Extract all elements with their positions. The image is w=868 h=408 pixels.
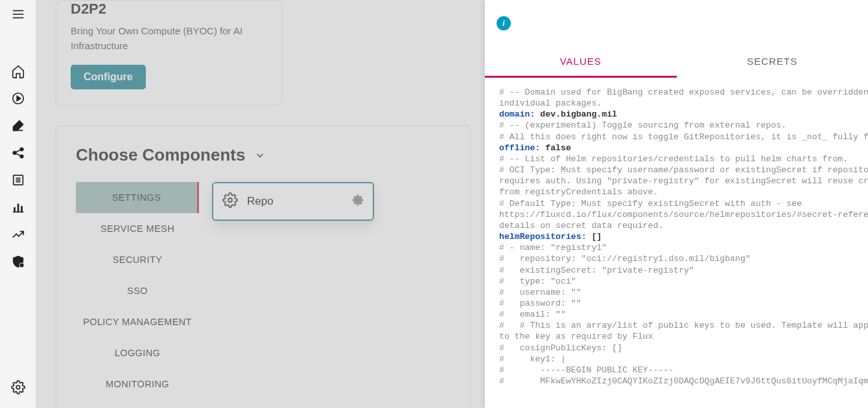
nav-rail — [0, 0, 36, 408]
card-description: Bring Your Own Compute (BYOC) for AI Inf… — [71, 24, 268, 53]
repo-label: Repo — [247, 195, 343, 208]
configure-button[interactable]: Configure — [71, 65, 146, 89]
shield-admin-icon[interactable] — [10, 254, 26, 269]
code-line: https://fluxcd.io/flux/components/source… — [499, 210, 868, 220]
component-category-tabs: SETTINGS SERVICE MESH SECURITY SSO POLIC… — [76, 182, 199, 400]
code-line: individual packages. — [499, 98, 602, 108]
trend-icon[interactable] — [10, 227, 26, 242]
code-line: # -- List of Helm repositories/credentia… — [499, 154, 848, 164]
play-circle-icon[interactable] — [10, 91, 26, 106]
yaml-value: false — [545, 143, 571, 153]
code-line: # username: "" — [499, 288, 581, 297]
code-line: # - name: "registry1" — [499, 243, 607, 253]
code-line: # type: "oci" — [499, 277, 576, 286]
code-line: # -- (experimental) Toggle sourcing from… — [499, 120, 786, 130]
tab-secrets[interactable]: SECRETS — [677, 47, 869, 78]
yaml-value: [] — [591, 232, 602, 242]
bar-chart-icon[interactable] — [10, 199, 26, 215]
tab-security[interactable]: SECURITY — [76, 244, 199, 275]
repo-settings-gear-icon[interactable] — [352, 194, 364, 209]
tab-values[interactable]: VALUES — [485, 47, 677, 78]
drawer-tabs: VALUES SECRETS — [485, 47, 868, 78]
code-line: # email: "" — [499, 310, 566, 319]
code-line: # OCI Type: Must specify username/passwo… — [499, 165, 868, 175]
settings-gear-icon[interactable] — [10, 380, 26, 395]
yaml-value: dev.bigbang.mil — [540, 109, 617, 119]
svg-marker-4 — [17, 96, 21, 100]
code-line: # -- Domain used for BigBang created exp… — [499, 87, 868, 97]
code-line: requires auth. Using "private-registry" … — [499, 176, 868, 186]
share-icon[interactable] — [10, 145, 26, 161]
svg-point-19 — [16, 385, 20, 389]
svg-point-20 — [228, 198, 232, 202]
svg-line-9 — [16, 153, 20, 156]
code-line: to the key as required by Flux — [499, 332, 653, 341]
code-line: # repository: "oci://registry1.dso.mil/b… — [499, 254, 751, 264]
gear-icon — [222, 192, 238, 210]
product-card: D2P2 Bring Your Own Compute (BYOC) for A… — [56, 0, 283, 106]
code-line: # All this does right now is toggle GitR… — [499, 132, 868, 142]
yaml-key: helmRepositories — [499, 232, 581, 242]
code-line: details on secret data required. — [499, 221, 663, 231]
section-title: Choose Components — [76, 145, 245, 165]
tab-logging[interactable]: LOGGING — [76, 337, 199, 368]
code-line: # password: "" — [499, 299, 581, 308]
code-line: from registryCredentials above. — [499, 187, 658, 197]
home-icon[interactable] — [10, 63, 26, 79]
tab-service-mesh[interactable]: SERVICE MESH — [76, 213, 199, 244]
code-line: # existingSecret: "private-registry" — [499, 266, 694, 275]
yaml-key: domain — [499, 109, 530, 119]
tab-policy-management[interactable]: POLICY MANAGEMENT — [76, 306, 199, 337]
code-line: # cosignPublicKeys: [] — [499, 343, 622, 353]
info-icon[interactable]: i — [497, 16, 511, 30]
code-line: # key1: | — [499, 354, 566, 364]
menu-icon[interactable] — [10, 6, 26, 22]
edit-icon[interactable] — [10, 118, 26, 133]
tab-monitoring[interactable]: MONITORING — [76, 368, 199, 400]
choose-components-section: Choose Components SETTINGS SERVICE MESH … — [56, 125, 471, 408]
svg-point-18 — [19, 263, 23, 267]
yaml-editor[interactable]: # -- Domain used for BigBang created exp… — [485, 78, 868, 408]
chevron-down-icon[interactable] — [254, 150, 266, 161]
tab-sso[interactable]: SSO — [76, 275, 199, 306]
code-line: # Default Type: Must specify existingSec… — [499, 199, 802, 209]
code-line: # MFkwEwYHKoZIzj0CAQYIKoZIzj0DAQcDQgAEIE… — [499, 376, 868, 386]
code-line: # # This is an array/list of public keys… — [499, 321, 868, 330]
yaml-key: offline — [499, 143, 535, 153]
code-line: # -----BEGIN PUBLIC KEY----- — [499, 365, 674, 375]
list-box-icon[interactable] — [10, 172, 26, 188]
values-drawer: i VALUES SECRETS # -- Domain used for Bi… — [485, 0, 868, 408]
card-title: D2P2 — [71, 1, 268, 17]
repo-component-card[interactable]: Repo — [212, 182, 374, 221]
tab-settings[interactable]: SETTINGS — [76, 182, 199, 213]
svg-line-8 — [16, 150, 20, 152]
